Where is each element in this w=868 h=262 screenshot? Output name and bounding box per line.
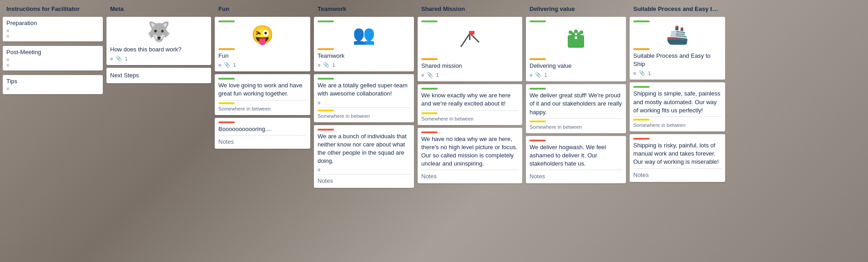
tw-somewhere-bar [318,110,334,111]
column-header-meta: Meta [106,4,211,14]
fun-bottom-bar [218,48,235,50]
sh-neg-text: We have no idea why we are here, there's… [421,135,519,168]
sh-pos-divider [421,110,519,111]
del-pos-bar [530,88,546,90]
teamwork-attach-count: 1 [332,62,335,68]
column-header-suitable: Suitable Process and Easy to Ship [630,4,725,14]
fun-card-meta: ≡ 📎 1 [218,62,307,68]
fun-somewhere-bar [218,102,235,104]
fun-top-bar [218,20,235,22]
del-attachment-icon: 📎 [535,72,541,78]
teamwork-notes-link[interactable]: Notes [318,177,410,184]
card-shared-negative[interactable]: We have no idea why we are here, there's… [418,128,522,184]
del-somewhere-label: Somewhere in between [530,124,622,130]
suit-top-bar [633,20,650,22]
sh-somewhere-bar [421,112,438,114]
attachment-count: 1 [125,56,127,61]
del-somewhere-bar [530,121,546,122]
post-meeting-title: Post-Meeting [6,49,99,55]
sh-neg-divider [421,170,519,170]
shared-bottom-bar [421,58,438,60]
shared-attachment-icon: 📎 [427,72,433,78]
suit-lines-icon: ≡ [633,71,636,76]
suit-neg-bar [633,138,650,140]
shared-emoji [421,24,519,55]
card-teamwork-negative[interactable]: We are a bunch of individuals that neith… [314,125,414,188]
delivering-notes-link[interactable]: Notes [530,173,622,180]
card-suitable-negative[interactable]: Shipping is risky, painful, lots of manu… [630,134,725,182]
column-teamwork: Teamwork 👥 Teamwork ≡ 📎 1 We are a total… [314,4,414,258]
svg-point-10 [575,36,577,39]
del-neg-bar [530,140,546,141]
shared-title: Shared mission [421,62,519,70]
delivering-title: Delivering value [530,62,622,70]
column-fun: Fun 😜 Fun ≡ 📎 1 We love going to work an… [215,4,310,258]
suitable-emoji: 🚢 [633,24,722,45]
column-header-delivering: Delivering value [526,4,626,14]
teamwork-bottom-bar [318,48,334,50]
column-header-shared: Shared Mission [418,4,522,14]
tw-pos-text: We are a totally gelled super-team with … [318,81,410,98]
fun-attachment-icon: 📎 [224,62,230,68]
del-top-bar [530,20,546,22]
card-suitable-main[interactable]: 🚢 Suitable Process and Easy to Ship ≡ 📎 … [630,17,725,80]
column-header-instructions: Instructions for Facilitator [3,4,103,14]
tw-neg-text: We are a bunch of individuals that neith… [318,132,410,166]
card-how-board-works[interactable]: 🐺 How does this board work? ≡ 📎 1 [106,17,211,65]
suitable-notes-link[interactable]: Notes [633,171,722,178]
tw-pos-divider [318,107,410,108]
delivering-emoji [530,24,622,55]
svg-point-9 [580,30,583,34]
preparation-lines: ≡≡ [6,28,99,39]
fun-neg-text: Booooooooooring.... [218,125,307,133]
card-teamwork-main[interactable]: 👥 Teamwork ≡ 📎 1 [314,17,414,71]
fun-notes-link[interactable]: Notes [218,138,307,145]
sh-pos-bar [421,88,438,90]
suitable-title: Suitable Process and Easy to Ship [633,52,722,68]
shared-card-meta: ≡ 📎 1 [421,72,519,78]
del-lines-icon: ≡ [530,72,532,78]
suit-attach-count: 1 [648,71,651,76]
shared-notes-link[interactable]: Notes [421,173,519,180]
fun-somewhere-label: Somewhere in between [218,106,307,111]
del-neg-divider [530,170,622,170]
suit-pos-divider [633,116,722,117]
post-meeting-lines: ≡≡ [6,57,99,68]
shared-top-bar [421,20,438,22]
column-header-fun: Fun [215,4,310,14]
card-post-meeting[interactable]: Post-Meeting ≡≡ [3,46,103,71]
fun-neg-divider [218,135,307,136]
shared-lines-icon: ≡ [421,72,424,78]
sh-pos-text: We know exactly why we are here and we'r… [421,91,519,108]
preparation-title: Preparation [6,20,99,26]
suit-bottom-bar [633,48,650,50]
card-fun-main[interactable]: 😜 Fun ≡ 📎 1 [215,17,310,71]
card-next-steps[interactable]: Next Steps [106,68,211,83]
card-teamwork-positive[interactable]: We are a totally gelled super-team with … [314,74,414,122]
card-delivering-main[interactable]: Delivering value ≡ 📎 1 [526,17,626,81]
column-meta: Meta 🐺 How does this board work? ≡ 📎 1 N… [106,4,211,258]
card-shared-positive[interactable]: We know exactly why we are here and we'r… [418,84,522,125]
fun-neg-bar [218,121,235,123]
card-delivering-negative[interactable]: We deliver hogwash. We feel ashamed to d… [526,136,626,184]
card-fun-negative[interactable]: Booooooooooring.... Notes [215,118,310,149]
teamwork-title: Teamwork [318,52,410,60]
card-preparation[interactable]: Preparation ≡≡ [3,17,103,41]
how-board-text: How does this board work? [110,45,207,54]
fun-pos-bar [218,78,235,80]
card-suitable-positive[interactable]: Shipping is simple, safe, painless and m… [630,82,725,131]
svg-rect-3 [469,31,474,35]
fun-pos-divider [218,100,307,101]
board: Instructions for Facilitator Preparation… [0,0,868,262]
column-suitable: Suitable Process and Easy to Ship 🚢 Suit… [630,4,725,258]
tw-neg-meta: ≡ [318,167,410,172]
tw-pos-bar [318,78,334,80]
card-tips[interactable]: Tips ≡ [3,75,103,94]
card-shared-main[interactable]: Shared mission ≡ 📎 1 [418,17,522,81]
column-delivering: Delivering value Delivering value ≡ 📎 [526,4,626,258]
tw-neg-lines-icon: ≡ [318,167,320,172]
tw-neg-divider [318,174,410,175]
card-delivering-positive[interactable]: We deliver great stuff! We're proud of i… [526,84,626,133]
del-bottom-bar [530,58,546,60]
card-fun-positive[interactable]: We love going to work and have great fun… [215,74,310,115]
